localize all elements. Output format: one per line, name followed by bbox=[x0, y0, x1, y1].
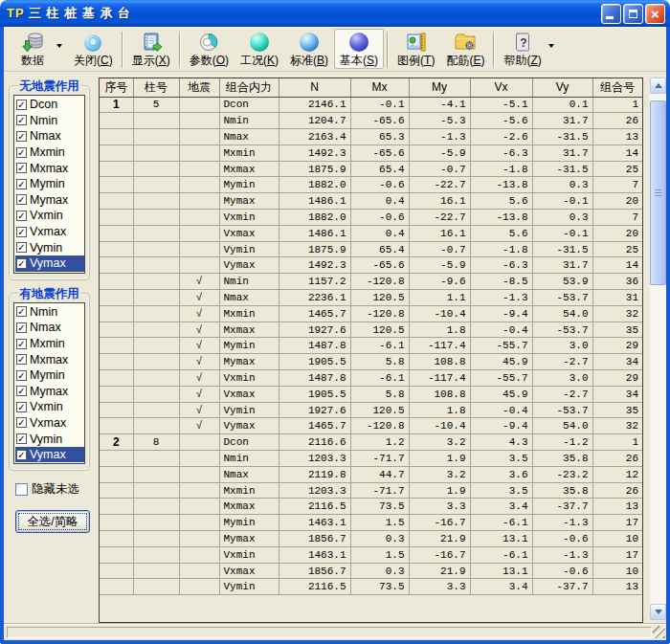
table-row[interactable]: Vxmax1856.70.321.913.1-0.610 bbox=[100, 563, 642, 579]
toolbar-button-help[interactable]: ?帮助(Z) bbox=[498, 29, 547, 69]
toolbar-button-workcase[interactable]: 工况(K) bbox=[234, 29, 284, 69]
combo-item-nmax[interactable]: ✓Nmax bbox=[15, 320, 84, 336]
checkbox-icon[interactable]: ✓ bbox=[16, 179, 27, 189]
checkbox-icon[interactable]: ✓ bbox=[16, 450, 27, 460]
combo-item-vymin[interactable]: ✓Vymin bbox=[15, 431, 84, 447]
table-row[interactable]: Mxmax2116.573.53.33.4-37.713 bbox=[100, 499, 642, 515]
table-row[interactable]: Vxmax1486.10.416.15.6-0.120 bbox=[100, 225, 642, 241]
checkbox-icon[interactable]: ✓ bbox=[16, 227, 27, 237]
table-row[interactable]: Vymax1492.3-65.6-5.9-6.331.714 bbox=[100, 257, 642, 274]
combo-item-vxmax[interactable]: ✓Vxmax bbox=[15, 224, 84, 240]
close-window-button[interactable]: × bbox=[645, 4, 665, 24]
combo-item-mxmin[interactable]: ✓Mxmin bbox=[15, 336, 84, 352]
checkbox-icon[interactable]: ✓ bbox=[16, 258, 27, 269]
toolbar-button-parameters[interactable]: 参数(O) bbox=[184, 29, 234, 69]
toolbar-button-standard[interactable]: 标准(B) bbox=[284, 29, 334, 69]
combo-item-mymax[interactable]: ✓Mymax bbox=[15, 384, 84, 400]
table-row[interactable]: Vymin1875.965.4-0.7-1.8-31.525 bbox=[100, 241, 642, 257]
combo-item-vxmin[interactable]: ✓Vxmin bbox=[15, 208, 84, 224]
combo-item-mymin[interactable]: ✓Mymin bbox=[15, 367, 84, 384]
checkbox-icon[interactable]: ✓ bbox=[16, 115, 27, 125]
checkbox-icon[interactable]: ✓ bbox=[16, 242, 27, 253]
toolbar-button-legend[interactable]: 图例(T) bbox=[391, 29, 440, 69]
table-row[interactable]: Nmin1204.7-65.6-5.3-5.631.726 bbox=[100, 113, 642, 129]
combo-item-mymin[interactable]: ✓Mymin bbox=[15, 176, 84, 192]
minimize-button[interactable] bbox=[601, 4, 621, 24]
scroll-up-button[interactable] bbox=[650, 78, 666, 94]
checkbox-icon[interactable]: ✓ bbox=[16, 386, 27, 396]
checkbox-icon[interactable]: ✓ bbox=[16, 306, 27, 317]
combo-item-vxmin[interactable]: ✓Vxmin bbox=[15, 399, 84, 415]
table-row[interactable]: √Mymin1487.8-6.1-117.4-55.73.029 bbox=[100, 338, 642, 354]
combo-item-vymax[interactable]: ✓Vymax bbox=[15, 447, 84, 463]
dropdown-arrow-icon[interactable] bbox=[548, 44, 554, 51]
checkbox-icon[interactable]: ✓ bbox=[16, 131, 27, 142]
table-row[interactable]: Mxmin1203.3-71.71.93.535.826 bbox=[100, 482, 642, 499]
combo-item-vymax[interactable]: ✓Vymax bbox=[15, 255, 84, 272]
table-row[interactable]: Nmax2163.465.3-1.3-2.6-31.513 bbox=[100, 129, 642, 145]
scrollbar-thumb[interactable] bbox=[650, 100, 666, 285]
checkbox-icon[interactable]: ✓ bbox=[16, 147, 27, 158]
vertical-scrollbar[interactable] bbox=[650, 78, 666, 620]
toolbar-button-rebar[interactable]: 配筋(E) bbox=[440, 29, 490, 69]
checkbox-icon[interactable]: ✓ bbox=[16, 211, 27, 221]
table-row[interactable]: Mxmax1875.965.4-0.7-1.8-31.525 bbox=[100, 161, 642, 177]
table-row[interactable]: Mymin1463.11.5-16.7-6.1-1.317 bbox=[100, 515, 642, 531]
table-row[interactable]: √Nmax2236.1120.51.1-1.3-53.731 bbox=[100, 290, 642, 306]
checkbox-icon[interactable]: ✓ bbox=[16, 354, 27, 365]
checkbox-icon[interactable]: ✓ bbox=[16, 417, 27, 428]
toolbar-button-close-app[interactable]: 关闭(C) bbox=[68, 29, 119, 69]
select-all-button[interactable]: 全选/简略 bbox=[15, 510, 90, 533]
dropdown-arrow-icon[interactable] bbox=[56, 44, 62, 51]
combo-item-mymax[interactable]: ✓Mymax bbox=[15, 192, 84, 209]
checkbox-icon[interactable]: ✓ bbox=[16, 370, 27, 381]
table-row[interactable]: 15Dcon2146.1-0.1-4.1-5.10.11 bbox=[100, 97, 642, 113]
table-row[interactable]: 28Dcon2116.61.23.24.3-1.21 bbox=[100, 434, 642, 451]
combo-item-nmin[interactable]: ✓Nmin bbox=[15, 113, 84, 129]
scrollbar-track[interactable] bbox=[650, 94, 666, 604]
table-row[interactable]: Mxmin1492.3-65.6-5.9-6.331.714 bbox=[100, 144, 642, 161]
table-row[interactable]: √Vymax1465.7-120.8-10.4-9.454.032 bbox=[100, 418, 642, 434]
table-row[interactable]: √Nmin1157.2-120.8-9.6-8.553.936 bbox=[100, 274, 642, 290]
table-row[interactable]: √Vymin1927.6120.51.8-0.4-53.735 bbox=[100, 402, 642, 418]
checkbox-icon[interactable]: ✓ bbox=[16, 194, 27, 205]
maximize-button[interactable] bbox=[623, 4, 643, 24]
table-row[interactable]: √Vxmin1487.8-6.1-117.4-55.73.029 bbox=[100, 370, 642, 387]
combo-list-no-earthquake[interactable]: ✓Dcon✓Nmin✓Nmax✓Mxmin✓Mxmax✓Mymin✓Mymax✓… bbox=[13, 95, 85, 274]
table-row[interactable]: √Vxmax1905.55.8108.845.9-2.734 bbox=[100, 386, 642, 402]
table-row[interactable]: Vymin2116.573.53.33.4-37.713 bbox=[100, 579, 642, 595]
table-row[interactable]: Vxmin1882.0-0.6-22.7-13.80.37 bbox=[100, 210, 642, 226]
table-row[interactable]: Nmax2119.844.73.23.6-23.212 bbox=[100, 466, 642, 482]
checkbox-icon[interactable]: ✓ bbox=[16, 433, 27, 444]
table-row[interactable]: Vxmin1463.11.5-16.7-6.1-1.317 bbox=[100, 546, 642, 563]
checkbox-icon[interactable]: ✓ bbox=[16, 100, 27, 110]
toolbar-button-basic[interactable]: 基本(S) bbox=[334, 29, 384, 69]
combo-item-nmin[interactable]: ✓Nmin bbox=[15, 304, 84, 321]
combo-item-vymin[interactable]: ✓Vymin bbox=[15, 239, 84, 255]
table-row[interactable]: Mymax1486.10.416.15.6-0.120 bbox=[100, 193, 642, 210]
checkbox-icon[interactable]: ✓ bbox=[16, 402, 27, 412]
table-row[interactable]: Mymin1882.0-0.6-22.7-13.80.37 bbox=[100, 177, 642, 193]
combo-item-dcon[interactable]: ✓Dcon bbox=[15, 97, 84, 113]
hide-unselected-row[interactable]: 隐藏未选 bbox=[15, 481, 95, 498]
combo-item-mxmax[interactable]: ✓Mxmax bbox=[15, 160, 84, 176]
table-row[interactable]: Nmin1203.3-71.71.93.535.826 bbox=[100, 451, 642, 467]
table-row[interactable]: √Mxmax1927.6120.51.8-0.4-53.735 bbox=[100, 322, 642, 338]
combo-item-nmax[interactable]: ✓Nmax bbox=[15, 128, 84, 144]
checkbox-icon[interactable]: ✓ bbox=[16, 339, 27, 349]
titlebar[interactable]: TP 三 柱 桩 基 承 台 × bbox=[0, 0, 670, 27]
table-row[interactable]: √Mymax1905.55.8108.845.9-2.734 bbox=[100, 354, 642, 370]
table-row[interactable]: Mymax1856.70.321.913.1-0.610 bbox=[100, 531, 642, 547]
combo-item-mxmin[interactable]: ✓Mxmin bbox=[15, 144, 84, 161]
toolbar-button-database[interactable]: 数据 bbox=[10, 29, 56, 69]
combo-item-vxmax[interactable]: ✓Vxmax bbox=[15, 415, 84, 432]
combo-list-earthquake[interactable]: ✓Nmin✓Nmax✓Mxmin✓Mxmax✓Mymin✓Mymax✓Vxmin… bbox=[13, 302, 85, 465]
checkbox-icon[interactable]: ✓ bbox=[16, 322, 27, 333]
checkbox-icon[interactable]: ✓ bbox=[16, 163, 27, 173]
hide-unselected-checkbox[interactable] bbox=[15, 483, 28, 496]
combo-item-mxmax[interactable]: ✓Mxmax bbox=[15, 351, 84, 367]
resize-grip-icon[interactable] bbox=[653, 626, 665, 638]
toolbar-button-display[interactable]: 显示(X) bbox=[126, 29, 176, 69]
table-row[interactable]: √Mxmin1465.7-120.8-10.4-9.454.032 bbox=[100, 305, 642, 322]
scroll-down-button[interactable] bbox=[650, 604, 666, 620]
